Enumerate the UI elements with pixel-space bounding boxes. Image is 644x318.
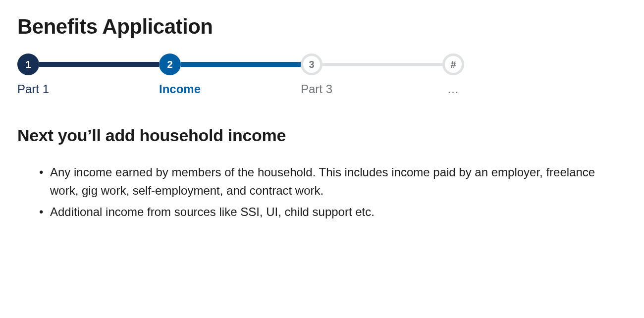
info-list: Any income earned by members of the hous… — [17, 163, 627, 221]
step-3-label: Part 3 — [301, 82, 442, 96]
step-1-circle: 1 — [17, 53, 39, 75]
step-3-circle: 3 — [301, 53, 322, 75]
step-more-circle: # — [442, 53, 464, 75]
step-1: 1 Part 1 — [17, 53, 159, 96]
step-connector-3 — [322, 63, 442, 66]
step-connector-2 — [181, 62, 301, 67]
list-item: Any income earned by members of the hous… — [50, 163, 627, 200]
step-2-label: Income — [159, 82, 301, 96]
page-title: Benefits Application — [17, 15, 627, 39]
step-1-label: Part 1 — [17, 82, 159, 96]
step-3: 3 Part 3 — [301, 53, 442, 96]
step-2: 2 Income — [159, 53, 301, 96]
list-item: Additional income from sources like SSI,… — [50, 203, 627, 221]
step-connector-1 — [39, 62, 159, 67]
progress-stepper: 1 Part 1 2 Income 3 Part 3 # … — [17, 53, 627, 96]
step-2-circle: 2 — [159, 53, 181, 75]
step-more-label: … — [442, 82, 464, 96]
section-heading: Next you’ll add household income — [17, 126, 627, 145]
step-more: # … — [442, 53, 464, 96]
